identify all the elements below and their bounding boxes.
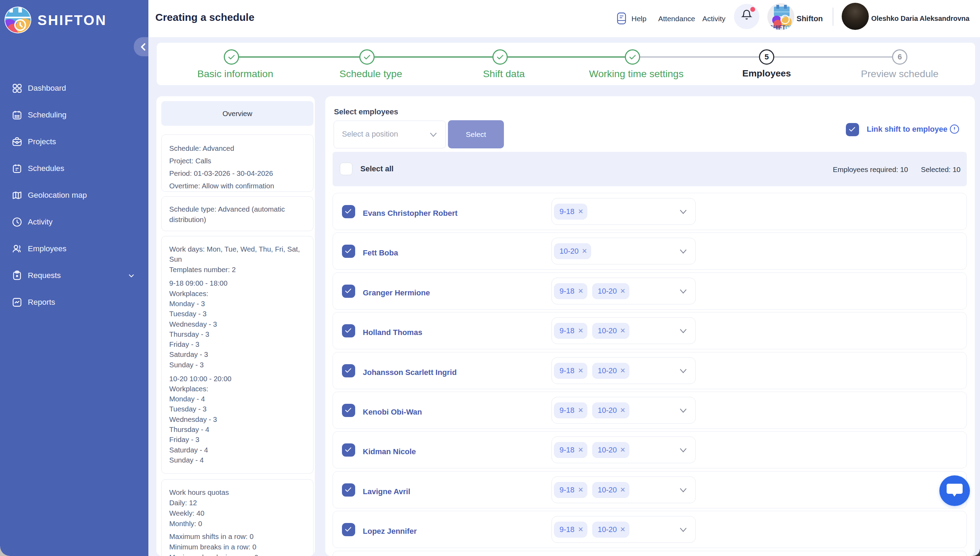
svg-text:SHIFTON: SHIFTON xyxy=(769,25,794,30)
